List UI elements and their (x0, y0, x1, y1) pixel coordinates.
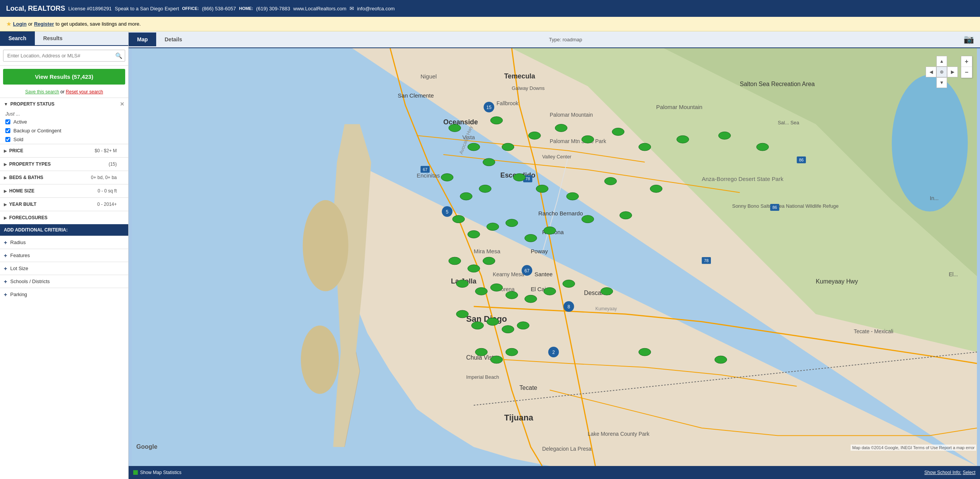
tab-results[interactable]: Results (35, 31, 71, 45)
svg-text:Sonny Bono Salton Sea National: Sonny Bono Salton Sea National Wildlife … (732, 203, 839, 209)
property-status-header[interactable]: ▼ PROPERTY STATUS ✕ (0, 98, 128, 110)
svg-point-113 (301, 326, 339, 394)
svg-text:Kearny Mesa: Kearny Mesa (493, 271, 524, 277)
svg-point-82 (650, 185, 662, 192)
home-size-filter-header[interactable]: ▶ HOME SIZE 0 - 0 sq ft (0, 184, 128, 197)
nav-up-button[interactable]: ▲ (936, 56, 947, 67)
svg-text:Santee: Santee (534, 271, 552, 277)
radius-criteria-item[interactable]: + Radius (0, 236, 128, 249)
property-types-label: PROPERTY TYPES (9, 161, 51, 167)
map-tab-details[interactable]: Details (156, 33, 191, 46)
svg-point-85 (487, 223, 499, 231)
school-info-select[interactable]: Select (963, 470, 975, 475)
property-status-close[interactable]: ✕ (120, 101, 124, 107)
view-results-button[interactable]: View Results (57,423) (3, 69, 125, 85)
login-link[interactable]: Login (13, 21, 26, 27)
svg-point-90 (620, 212, 632, 219)
svg-point-87 (525, 234, 537, 242)
register-link[interactable]: Register (34, 21, 54, 27)
status-sold-checkbox[interactable] (5, 137, 10, 142)
schools-criteria-item[interactable]: + Schools / Districts (0, 275, 128, 288)
year-built-filter-header[interactable]: ▶ YEAR BUILT 0 - 2014+ (0, 198, 128, 211)
camera-icon[interactable]: 📷 (964, 34, 974, 44)
foreclosures-filter-section: ▶ FORECLOSURES (0, 211, 128, 224)
year-built-label: YEAR BUILT (9, 202, 36, 207)
svg-point-98 (525, 295, 537, 303)
year-built-filter-section: ▶ YEAR BUILT 0 - 2014+ (0, 197, 128, 211)
price-filter-header[interactable]: ▶ PRICE $0 - $2+ M (0, 144, 128, 157)
svg-text:78: 78 (704, 258, 709, 263)
svg-point-99 (544, 287, 556, 295)
status-backup-checkbox[interactable] (5, 128, 10, 133)
svg-point-91 (449, 257, 461, 265)
svg-point-92 (468, 265, 480, 272)
zoom-out-button[interactable]: − (961, 67, 972, 78)
svg-point-89 (581, 215, 594, 223)
zoom-in-button[interactable]: + (961, 56, 972, 67)
foreclosures-label: FORECLOSURES (9, 215, 47, 220)
status-active-checkbox[interactable] (5, 119, 10, 124)
svg-point-76 (460, 192, 472, 200)
nav-right-button[interactable]: ▶ (947, 67, 958, 77)
features-criteria-item[interactable]: + Features (0, 249, 128, 262)
map-navigation: ▲ ◀ ⊕ ▶ ▼ (926, 56, 958, 88)
lot-size-label: Lot Size (10, 266, 28, 271)
nav-center-button[interactable]: ⊕ (936, 67, 947, 77)
parking-criteria-item[interactable]: + Parking (0, 288, 128, 301)
map-zoom-controls: + − (961, 56, 972, 78)
svg-text:67: 67 (524, 268, 530, 274)
sidebar-tabs: Search Results (0, 31, 128, 46)
svg-point-79 (536, 185, 548, 192)
map-container[interactable]: Oceanside Vista Escondido Encinitas Ranc… (129, 48, 980, 466)
save-search-link[interactable]: Save this search (25, 89, 59, 94)
lot-size-criteria-item[interactable]: + Lot Size (0, 262, 128, 275)
svg-point-96 (490, 283, 503, 291)
svg-point-97 (506, 291, 518, 299)
svg-point-93 (483, 257, 495, 265)
property-status-section: ▼ PROPERTY STATUS ✕ Just ... Active Back… (0, 98, 128, 144)
search-button[interactable]: 🔍 (115, 52, 122, 59)
map-tabs: Map Details Type: roadmap 📷 (129, 31, 980, 48)
svg-text:86: 86 (773, 205, 777, 210)
email-icon: ✉ (350, 5, 354, 11)
status-backup-label: Backup or Contingent (13, 128, 61, 134)
type-text: Type: (549, 37, 561, 42)
beds-baths-filter-header[interactable]: ▶ BEDS & BATHS 0+ bd, 0+ ba (0, 171, 128, 184)
price-arrow: ▶ (4, 149, 7, 153)
svg-point-88 (544, 227, 556, 235)
show-map-stats-label: Show Map Statistics (140, 470, 181, 475)
property-types-filter-header[interactable]: ▶ PROPERTY TYPES (15) (0, 158, 128, 171)
tab-search[interactable]: Search (0, 31, 35, 45)
svg-point-105 (502, 326, 514, 333)
schools-plus-icon: + (4, 278, 7, 285)
svg-point-107 (475, 348, 488, 356)
svg-text:5: 5 (446, 209, 449, 215)
svg-text:Lake Morena County Park: Lake Morena County Park (588, 431, 649, 437)
schools-label: Schools / Districts (10, 279, 50, 284)
nav-left-button[interactable]: ◀ (926, 67, 936, 77)
property-types-arrow: ▶ (4, 162, 7, 166)
svg-text:Fallbrook: Fallbrook (497, 100, 518, 106)
svg-point-77 (479, 185, 491, 192)
office-label: OFFICE: (182, 6, 199, 11)
reset-search-link[interactable]: Reset your search (66, 89, 103, 94)
nav-down-button[interactable]: ▼ (936, 77, 947, 88)
show-map-statistics[interactable]: Show Map Statistics (133, 470, 181, 475)
svg-text:86: 86 (799, 158, 804, 162)
svg-text:Poway: Poway (531, 248, 548, 254)
svg-point-112 (303, 200, 348, 291)
map-tab-map[interactable]: Map (129, 33, 156, 46)
website: www.LocalRealtors.com (293, 6, 346, 11)
svg-text:Tijuana: Tijuana (504, 413, 534, 422)
parking-plus-icon: + (4, 291, 7, 298)
year-built-value: 0 - 2014+ (97, 202, 117, 207)
foreclosures-filter-header[interactable]: ▶ FORECLOSURES (0, 211, 128, 224)
home-size-filter-section: ▶ HOME SIZE 0 - 0 sq ft (0, 184, 128, 197)
search-input[interactable] (6, 50, 115, 61)
svg-point-81 (604, 178, 617, 185)
license: License #01896291 (68, 6, 112, 11)
year-built-arrow: ▶ (4, 202, 7, 207)
svg-point-86 (506, 219, 518, 227)
property-status-arrow: ▼ (4, 102, 8, 106)
svg-point-63 (490, 117, 503, 124)
